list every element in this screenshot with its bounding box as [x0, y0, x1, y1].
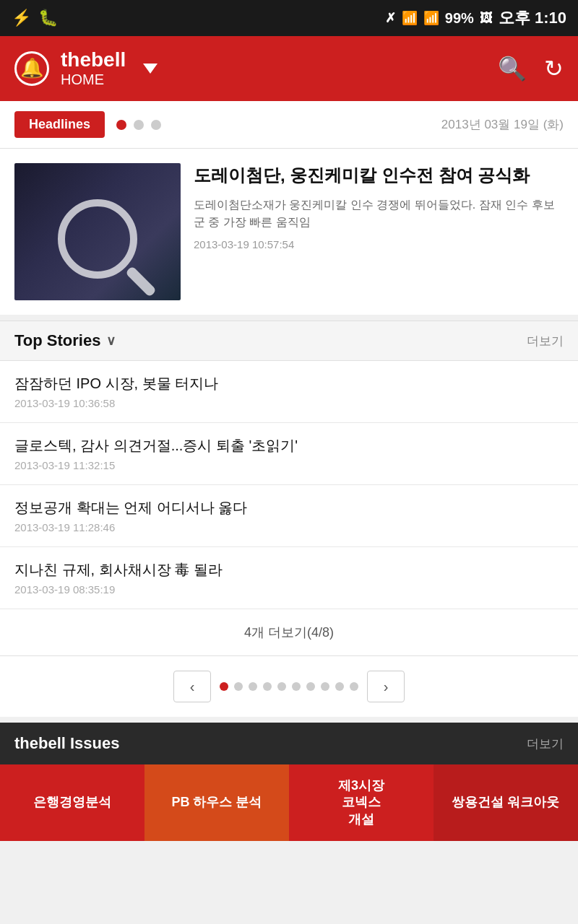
next-page-button[interactable]: ›: [367, 671, 405, 702]
page-dot-3[interactable]: [249, 682, 257, 691]
page-dot-7[interactable]: [306, 682, 315, 691]
headlines-button[interactable]: Headlines: [14, 111, 105, 138]
top-stories-section: Top Stories ∨ 더보기 잠잠하던 IPO 시장, 봇물 터지나 20…: [0, 321, 578, 723]
page-dot-10[interactable]: [350, 682, 358, 691]
issues-more-button[interactable]: 더보기: [527, 736, 564, 752]
app-header: 🔔 thebell HOME 🔍 ↻: [0, 36, 578, 101]
status-bar: ⚡ 🐛 ✗ 📶 📶 99% 🖼 오후 1:10: [0, 0, 578, 36]
featured-image: [14, 163, 181, 300]
headlines-left: Headlines: [14, 111, 161, 138]
date-display: 2013년 03월 19일 (화): [441, 116, 564, 133]
signal-bars-icon: 📶: [423, 10, 439, 26]
dot-indicators: [116, 120, 161, 130]
bell-icon: 🔔: [14, 51, 49, 86]
story-title: 정보공개 확대는 언제 어디서나 옳다: [14, 498, 564, 517]
wifi-icon: 📶: [402, 10, 418, 26]
issues-tabs: 은행경영분석 PB 하우스 분석 제3시장코넥스개설 쌍용건설 워크아웃: [0, 764, 578, 841]
bug-icon: 🐛: [38, 9, 58, 27]
header-branding: 🔔 thebell HOME: [14, 49, 158, 88]
featured-title: 도레이첨단, 웅진케미칼 인수전 참여 공식화: [194, 163, 564, 188]
prev-page-button[interactable]: ‹: [173, 671, 211, 702]
featured-article[interactable]: 도레이첨단, 웅진케미칼 인수전 참여 공식화 도레이첨단소재가 웅진케미칼 인…: [0, 149, 578, 321]
story-date: 2013-03-19 10:36:58: [14, 397, 564, 409]
image-placeholder: [14, 163, 181, 300]
story-title: 지나친 규제, 회사채시장 毒 될라: [14, 560, 564, 579]
dot-2[interactable]: [134, 120, 144, 130]
page-dot-4[interactable]: [263, 682, 272, 691]
issue-tab-label: 은행경영분석: [33, 794, 111, 811]
top-stories-header: Top Stories ∨ 더보기: [0, 321, 578, 361]
pagination-row: ‹ ›: [0, 656, 578, 723]
headlines-bar: Headlines 2013년 03월 19일 (화): [0, 101, 578, 149]
time-text: 오후 1:10: [499, 7, 566, 29]
featured-content: 도레이첨단, 웅진케미칼 인수전 참여 공식화 도레이첨단소재가 웅진케미칼 인…: [194, 163, 564, 300]
story-item-1[interactable]: 잠잠하던 IPO 시장, 봇물 터지나 2013-03-19 10:36:58: [0, 361, 578, 423]
page-dot-5[interactable]: [277, 682, 286, 691]
signal-icon: ✗: [385, 10, 396, 26]
dropdown-arrow-icon[interactable]: [143, 64, 158, 74]
refresh-button[interactable]: ↻: [544, 55, 564, 82]
page-dot-8[interactable]: [321, 682, 329, 691]
battery-text: 99%: [445, 10, 474, 27]
story-item-3[interactable]: 정보공개 확대는 언제 어디서나 옳다 2013-03-19 11:28:46: [0, 485, 578, 547]
dot-1[interactable]: [116, 120, 126, 130]
page-dot-1[interactable]: [220, 682, 228, 691]
issue-tab-3[interactable]: 제3시장코넥스개설: [289, 764, 434, 841]
story-item-4[interactable]: 지나친 규제, 회사채시장 毒 될라 2013-03-19 08:35:19: [0, 547, 578, 609]
issues-title: thebell Issues: [14, 734, 120, 753]
story-date: 2013-03-19 08:35:19: [14, 583, 564, 596]
section-title: Top Stories ∨: [14, 331, 116, 350]
top-stories-label: Top Stories: [14, 331, 100, 350]
load-more-button[interactable]: 4개 더보기(4/8): [244, 624, 334, 641]
story-item-2[interactable]: 글로스텍, 감사 의견거절...증시 퇴출 '초읽기' 2013-03-19 1…: [0, 423, 578, 485]
usb-icon: ⚡: [12, 9, 31, 27]
page-dot-2[interactable]: [234, 682, 243, 691]
header-actions: 🔍 ↻: [498, 55, 564, 82]
magnify-glass-icon: [58, 199, 137, 279]
top-stories-more-button[interactable]: 더보기: [527, 333, 564, 349]
issues-header: thebell Issues 더보기: [0, 723, 578, 764]
story-title: 잠잠하던 IPO 시장, 봇물 터지나: [14, 374, 564, 393]
page-dot-9[interactable]: [335, 682, 344, 691]
load-more-row: 4개 더보기(4/8): [0, 609, 578, 656]
issue-tab-label: PB 하우스 분석: [171, 794, 262, 811]
app-name: thebell: [61, 49, 126, 71]
featured-date: 2013-03-19 10:57:54: [194, 238, 564, 250]
page-dots: [220, 682, 358, 691]
gallery-icon: 🖼: [480, 11, 493, 26]
issues-section: thebell Issues 더보기 은행경영분석 PB 하우스 분석 제3시장…: [0, 723, 578, 841]
issue-tab-1[interactable]: 은행경영분석: [0, 764, 144, 841]
chevron-down-icon[interactable]: ∨: [106, 333, 116, 349]
dot-3[interactable]: [151, 120, 161, 130]
search-button[interactable]: 🔍: [498, 55, 527, 82]
story-date: 2013-03-19 11:28:46: [14, 521, 564, 533]
issue-tab-label: 제3시장코넥스개설: [338, 777, 384, 828]
status-left-icons: ⚡ 🐛: [12, 9, 58, 27]
featured-excerpt: 도레이첨단소재가 웅진케미칼 인수 경쟁에 뛰어들었다. 잠재 인수 후보군 중…: [194, 196, 564, 231]
issue-tab-4[interactable]: 쌍용건설 워크아웃: [434, 764, 578, 841]
app-title: thebell HOME: [61, 49, 126, 88]
story-date: 2013-03-19 11:32:15: [14, 459, 564, 471]
issue-tab-2[interactable]: PB 하우스 분석: [144, 764, 289, 841]
status-right: ✗ 📶 📶 99% 🖼 오후 1:10: [385, 7, 566, 29]
issue-tab-label: 쌍용건설 워크아웃: [452, 794, 559, 811]
page-dot-6[interactable]: [292, 682, 301, 691]
app-subtitle: HOME: [61, 71, 126, 88]
story-title: 글로스텍, 감사 의견거절...증시 퇴출 '초읽기': [14, 436, 564, 455]
